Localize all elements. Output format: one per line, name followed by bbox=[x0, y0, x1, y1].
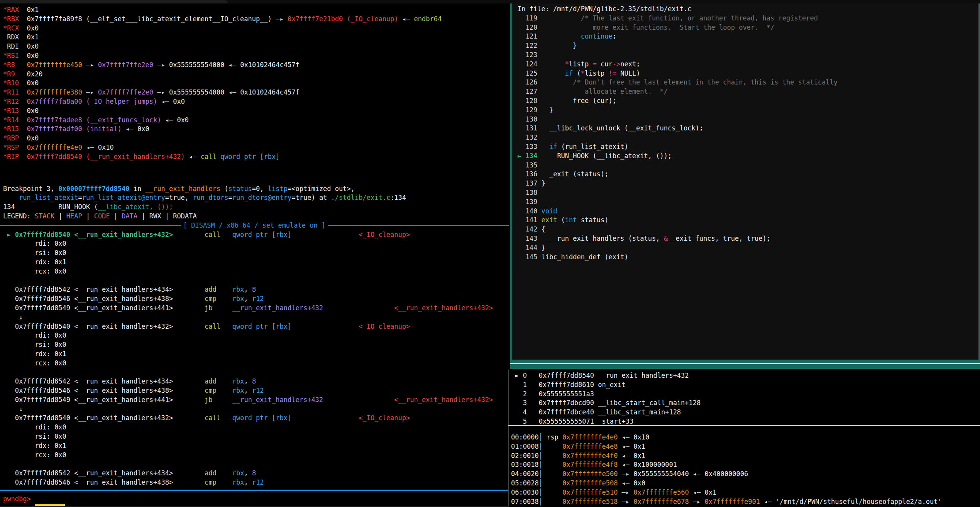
text-line: LEGEND: STACK | HEAP | CODE | DATA | RWX… bbox=[3, 212, 509, 221]
text-line: 122 } bbox=[518, 41, 978, 51]
text-line: 0x7ffff7dd8546 <__run_exit_handlers+438>… bbox=[3, 386, 509, 395]
text-line: 120 more exit functions. Start the loop … bbox=[518, 23, 978, 32]
text-line: 3 0x7ffff7dbcd90 __libc_start_call_main+… bbox=[511, 399, 980, 408]
text-line: 5 0x555555555071 _start+33 bbox=[511, 417, 980, 425]
text-line bbox=[3, 368, 509, 377]
text-line bbox=[3, 276, 509, 286]
text-line: *R15 0x7ffff7fadf00 (initial) ◂— 0x0 bbox=[3, 125, 509, 134]
text-line: rcx: 0x0 bbox=[3, 451, 509, 460]
text-line: rcx: 0x0 bbox=[3, 359, 509, 368]
text-line: *R12 0x7ffff7fa8a00 (_IO_helper_jumps) ◂… bbox=[3, 97, 509, 106]
text-line: *RSI 0x0 bbox=[3, 51, 509, 61]
source-panel-focus-border bbox=[510, 360, 980, 369]
text-line: 138 bbox=[518, 188, 978, 198]
disasm-section-header: [ DISASM / x86-64 / set emulate on ] bbox=[0, 221, 509, 230]
gdb-main-pane: *RAX 0x1*RBX 0x7ffff7fa89f8 (__elf_set__… bbox=[0, 3, 509, 507]
text-line: *R13 0x0 bbox=[3, 106, 509, 116]
text-line: 139 bbox=[518, 198, 978, 207]
text-line: 07:0038│ 0x7fffffffe518 —▸ 0x7fffffffe67… bbox=[511, 497, 980, 507]
text-line: 03:0018│ 0x7fffffffe4f8 ◂— 0x100000001 bbox=[511, 460, 980, 470]
backtrace-panel: ► 0 0x7ffff7dd8540 __run_exit_handlers+4… bbox=[508, 370, 980, 425]
disasm-header-rule-right bbox=[328, 225, 509, 226]
text-line: rcx: 0x0 bbox=[3, 267, 509, 276]
terminal-top-bar bbox=[0, 0, 980, 3]
text-line: 2 0x5555555551a3 bbox=[511, 390, 980, 399]
text-line: 136 _exit (status); bbox=[518, 170, 978, 179]
text-line: 135 bbox=[518, 161, 978, 170]
text-line: rdi: 0x0 bbox=[3, 331, 509, 340]
text-line: *RIP 0x7ffff7dd8540 (__run_exit_handlers… bbox=[3, 152, 509, 162]
disasm-panel: ► 0x7ffff7dd8540 <__run_exit_handlers+43… bbox=[3, 230, 509, 487]
text-line: 05:0028│ 0x7fffffffe508 ◂— 0x0 bbox=[511, 479, 980, 488]
text-line: 0x7ffff7dd8540 <__run_exit_handlers+432>… bbox=[3, 322, 509, 331]
text-line: *R10 0x0 bbox=[3, 79, 509, 88]
text-line: 4 0x7ffff7dbce40 __libc_start_main+128 bbox=[511, 408, 980, 417]
text-line: 125 if (*listp != NULL) bbox=[518, 69, 978, 78]
text-line: rdx: 0x1 bbox=[3, 350, 509, 359]
text-line: 131 __libc_lock_unlock (__exit_funcs_loc… bbox=[518, 124, 978, 133]
source-panel-border-line bbox=[510, 363, 980, 364]
text-line: 129 } bbox=[518, 106, 978, 115]
terminal-tab[interactable] bbox=[0, 0, 228, 3]
text-line: 01:0008│ 0x7fffffffe4e8 ◂— 0x1 bbox=[511, 442, 980, 451]
text-line: ↓ bbox=[3, 313, 509, 322]
text-line: 0x7ffff7dd8542 <__run_exit_handlers+434>… bbox=[3, 285, 509, 294]
text-line: 02:0010│ 0x7fffffffe4f0 ◂— 0x1 bbox=[511, 451, 980, 461]
legend-bar: LEGEND: STACK | HEAP | CODE | DATA | RWX… bbox=[3, 212, 509, 221]
source-header: In file: /mnt/d/PWN/glibc-2.35/stdlib/ex… bbox=[518, 5, 978, 14]
text-line: 133 if (run_list_atexit) bbox=[518, 142, 978, 152]
source-code-lines: 119 /* The last exit function, or anothe… bbox=[518, 14, 978, 262]
text-line: 141 exit (int status) bbox=[518, 216, 978, 225]
text-line: 126 /* Don't free the last element in th… bbox=[518, 78, 978, 87]
text-line: 137 } bbox=[518, 179, 978, 188]
disasm-header-rule-left bbox=[0, 225, 181, 226]
text-line: *RSP 0x7fffffffe4e0 ◂— 0x10 bbox=[3, 143, 509, 152]
text-line: 145 libc_hidden_def (exit) bbox=[518, 253, 978, 262]
text-line: 140 void bbox=[518, 207, 978, 216]
text-line: 128 free (cur); bbox=[518, 96, 978, 106]
command-prompt[interactable]: pwndbg> bbox=[3, 495, 509, 504]
text-line: 144 } bbox=[518, 243, 978, 253]
text-line: 121 continue; bbox=[518, 32, 978, 41]
text-line: rdx: 0x1 bbox=[3, 258, 509, 267]
text-line: 134 RUN_HOOK (__libc_atexit, ()); bbox=[3, 203, 509, 212]
text-line: ↓ bbox=[3, 405, 509, 414]
stack-panel: 00:0000│ rsp 0x7fffffffe4e0 ◂— 0x1001:00… bbox=[508, 426, 980, 507]
source-panel: In file: /mnt/d/PWN/glibc-2.35/stdlib/ex… bbox=[510, 3, 980, 360]
context-bottom-divider bbox=[0, 490, 509, 491]
disasm-header-label: [ DISASM / x86-64 / set emulate on ] bbox=[181, 221, 328, 230]
text-line: RDX 0x1 bbox=[3, 33, 509, 42]
text-line: rsi: 0x0 bbox=[3, 340, 509, 350]
text-line: 0x7ffff7dd8549 <__run_exit_handlers+441>… bbox=[3, 395, 509, 405]
text-line: Breakpoint 3, 0x00007ffff7dd8540 in __ru… bbox=[3, 184, 509, 194]
text-line: 0x7ffff7dd8542 <__run_exit_handlers+434>… bbox=[3, 469, 509, 478]
text-line: run_list_atexit=run_list_atexit@entry=tr… bbox=[3, 193, 509, 203]
text-line: 130 bbox=[518, 115, 978, 124]
text-line: 119 /* The last exit function, or anothe… bbox=[518, 14, 978, 23]
text-line: 124 *listp = cur->next; bbox=[518, 60, 978, 69]
text-line: *R14 0x7ffff7fadee8 (__exit_funcs_lock) … bbox=[3, 116, 509, 125]
text-line: RDI 0x0 bbox=[3, 42, 509, 51]
text-line: 0x7ffff7dd8546 <__run_exit_handlers+438>… bbox=[3, 478, 509, 487]
text-line: rdi: 0x0 bbox=[3, 239, 509, 248]
text-line: ► 134 RUN_HOOK (__libc_atexit, ()); bbox=[518, 152, 978, 161]
text-line: 143 __run_exit_handlers (status, &__exit… bbox=[518, 234, 978, 243]
text-line: *RAX 0x1 bbox=[3, 5, 509, 15]
text-line: rsi: 0x0 bbox=[3, 432, 509, 441]
text-line: rsi: 0x0 bbox=[3, 248, 509, 258]
text-line: 123 bbox=[518, 51, 978, 60]
registers-panel: *RAX 0x1*RBX 0x7ffff7fa89f8 (__elf_set__… bbox=[3, 5, 509, 162]
text-line: *R9 0x20 bbox=[3, 70, 509, 79]
text-line: 0x7ffff7dd8542 <__run_exit_handlers+434>… bbox=[3, 377, 509, 386]
text-line: 1 0x7ffff7dd8610 on_exit bbox=[511, 380, 980, 390]
text-line: 00:0000│ rsp 0x7fffffffe4e0 ◂— 0x10 bbox=[511, 433, 980, 442]
text-line: 04:0020│ 0x7fffffffe500 —▸ 0x55555555404… bbox=[511, 470, 980, 479]
text-line: rdi: 0x0 bbox=[3, 423, 509, 432]
breakpoint-status: Breakpoint 3, 0x00007ffff7dd8540 in __ru… bbox=[3, 184, 509, 212]
text-line: 0x7ffff7dd8546 <__run_exit_handlers+438>… bbox=[3, 294, 509, 304]
text-line: *RCX 0x0 bbox=[3, 24, 509, 33]
text-line: ► 0 0x7ffff7dd8540 __run_exit_handlers+4… bbox=[511, 371, 980, 380]
text-line bbox=[3, 460, 509, 469]
pane-separator bbox=[0, 173, 509, 173]
prompt-label: pwndbg> bbox=[3, 495, 31, 503]
